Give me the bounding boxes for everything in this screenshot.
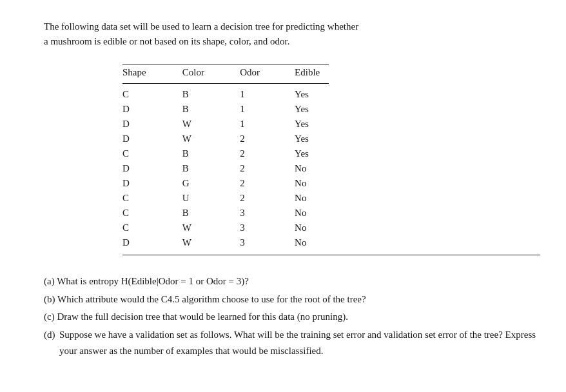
cell-r5-c3: No (295, 161, 329, 176)
table-row: CB1Yes (122, 84, 329, 103)
cell-r10-c2: 3 (240, 235, 295, 250)
cell-r5-c1: B (182, 161, 240, 176)
cell-r4-c1: B (182, 146, 240, 161)
table-row: DG2No (122, 176, 329, 191)
cell-r7-c3: No (295, 191, 329, 206)
cell-r0-c2: 1 (240, 84, 295, 103)
cell-r3-c2: 2 (240, 132, 295, 146)
cell-r1-c3: Yes (295, 102, 329, 117)
cell-r4-c3: Yes (295, 146, 329, 161)
cell-r7-c2: 2 (240, 191, 295, 206)
intro-line2: a mushroom is edible or not based on its… (44, 36, 289, 46)
table-row: DW1Yes (122, 117, 329, 132)
col-header-color: Color (182, 64, 240, 84)
question-a: (a) What is entropy H(Edible|Odor = 1 or… (44, 273, 540, 290)
table-bottom-border (122, 250, 540, 255)
cell-r10-c3: No (295, 235, 329, 250)
cell-r8-c0: C (122, 206, 182, 220)
question-d-text: Suppose we have a validation set as foll… (59, 327, 540, 360)
col-header-odor: Odor (240, 64, 295, 84)
cell-r3-c0: D (122, 132, 182, 146)
table-row: CU2No (122, 191, 329, 206)
data-table-container: Shape Color Odor Edible CB1YesDB1YesDW1Y… (122, 64, 540, 255)
question-a-label: (a) (44, 276, 57, 286)
question-d: (d) Suppose we have a validation set as … (44, 327, 540, 360)
cell-r0-c3: Yes (295, 84, 329, 103)
cell-r5-c0: D (122, 161, 182, 176)
question-a-text: What is entropy H(Edible|Odor = 1 or Odo… (57, 276, 249, 286)
cell-r1-c1: B (182, 102, 240, 117)
cell-r4-c0: C (122, 146, 182, 161)
cell-r6-c3: No (295, 176, 329, 191)
cell-r9-c2: 3 (240, 220, 295, 235)
cell-r8-c2: 3 (240, 206, 295, 220)
cell-r1-c0: D (122, 102, 182, 117)
cell-r3-c3: Yes (295, 132, 329, 146)
col-header-shape: Shape (122, 64, 182, 84)
cell-r9-c1: W (182, 220, 240, 235)
cell-r6-c0: D (122, 176, 182, 191)
cell-r9-c0: C (122, 220, 182, 235)
cell-r2-c0: D (122, 117, 182, 132)
cell-r10-c1: W (182, 235, 240, 250)
questions-section: (a) What is entropy H(Edible|Odor = 1 or… (44, 273, 540, 360)
cell-r2-c1: W (182, 117, 240, 132)
cell-r8-c1: B (182, 206, 240, 220)
cell-r7-c1: U (182, 191, 240, 206)
table-row: DB1Yes (122, 102, 329, 117)
question-b: (b) Which attribute would the C4.5 algor… (44, 291, 540, 308)
table-row: CB3No (122, 206, 329, 220)
question-d-label: (d) (44, 327, 59, 344)
cell-r5-c2: 2 (240, 161, 295, 176)
table-row: DW3No (122, 235, 329, 250)
table-row: DB2No (122, 161, 329, 176)
cell-r0-c0: C (122, 84, 182, 103)
cell-r6-c1: G (182, 176, 240, 191)
table-row: CW3No (122, 220, 329, 235)
cell-r9-c3: No (295, 220, 329, 235)
question-b-label: (b) (44, 294, 57, 304)
cell-r2-c2: 1 (240, 117, 295, 132)
cell-r3-c1: W (182, 132, 240, 146)
intro-line1: The following data set will be used to l… (44, 21, 358, 32)
cell-r10-c0: D (122, 235, 182, 250)
cell-r6-c2: 2 (240, 176, 295, 191)
cell-r1-c2: 1 (240, 102, 295, 117)
cell-r0-c1: B (182, 84, 240, 103)
intro-paragraph: The following data set will be used to l… (44, 19, 540, 48)
cell-r2-c3: Yes (295, 117, 329, 132)
table-row: CB2Yes (122, 146, 329, 161)
col-header-edible: Edible (295, 64, 329, 84)
mushroom-table: Shape Color Odor Edible CB1YesDB1YesDW1Y… (122, 64, 329, 250)
question-c-label: (c) (44, 311, 57, 322)
question-b-text: Which attribute would the C4.5 algorithm… (57, 294, 366, 304)
cell-r8-c3: No (295, 206, 329, 220)
table-header-row: Shape Color Odor Edible (122, 64, 329, 84)
question-c-text: Draw the full decision tree that would b… (57, 311, 348, 322)
cell-r4-c2: 2 (240, 146, 295, 161)
table-row: DW2Yes (122, 132, 329, 146)
question-c: (c) Draw the full decision tree that wou… (44, 309, 540, 326)
cell-r7-c0: C (122, 191, 182, 206)
